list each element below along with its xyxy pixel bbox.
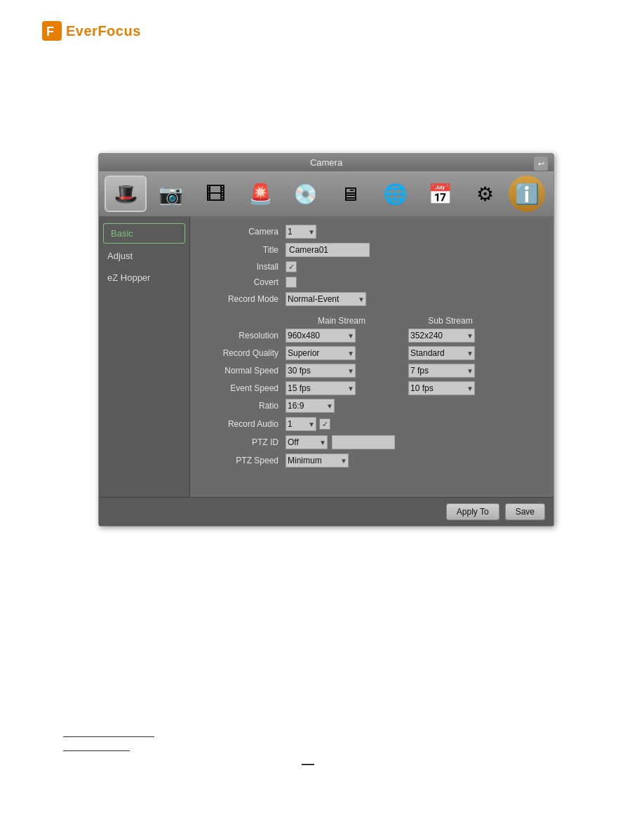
toolbar-settings-icon[interactable]: ⚙ xyxy=(464,176,506,212)
record-audio-row: Record Audio 1234Off ▼ ✓ xyxy=(201,417,542,431)
camera-label: Camera xyxy=(201,227,279,237)
svg-text:F: F xyxy=(46,25,54,39)
ptz-id-select[interactable]: Off1234 xyxy=(286,435,328,449)
main-event-speed-select[interactable]: 30 fps25 fps15 fps10 fps7 fps xyxy=(286,381,356,395)
record-mode-select-wrap: Normal-EventNormalEventNo Record ▼ xyxy=(286,292,366,306)
ratio-row: Ratio 16:94:3 ▼ xyxy=(201,399,542,413)
main-resolution-wrap: 960x480704x480640x480352x240 ▼ xyxy=(286,329,394,343)
bottom-line-1 xyxy=(63,736,154,737)
sub-normal-speed-wrap: 30 fps25 fps15 fps10 fps7 fps5 fps ▼ xyxy=(408,364,475,378)
ptz-speed-label: PTZ Speed xyxy=(201,456,279,465)
ratio-select[interactable]: 16:94:3 xyxy=(286,399,335,413)
normal-speed-row: Normal Speed 30 fps25 fps15 fps10 fps7 f… xyxy=(201,364,542,378)
covert-label: Covert xyxy=(201,277,279,287)
sub-quality-wrap: SuperiorHighStandardBasic ▼ xyxy=(408,346,475,360)
everfocus-logo-icon: F xyxy=(42,21,62,41)
camera-select[interactable]: 1234 xyxy=(286,225,316,239)
toolbar-record-icon[interactable]: 🎞 xyxy=(194,176,236,212)
main-stream-label: Main Stream xyxy=(286,316,398,326)
toolbar-info-icon[interactable]: ℹ️ xyxy=(509,176,545,212)
toolbar-disk-icon[interactable]: 💿 xyxy=(284,176,326,212)
dialog-content: Basic Adjust eZ Hopper Camera 1234 ▼ Tit… xyxy=(99,216,554,497)
main-quality-select[interactable]: SuperiorHighStandardBasic xyxy=(286,346,356,360)
ptz-speed-row: PTZ Speed MinimumSlowMediumFastMaximum ▼ xyxy=(201,454,542,468)
ratio-label: Ratio xyxy=(201,401,279,411)
title-label: Title xyxy=(201,245,279,255)
install-checkbox[interactable]: ✓ xyxy=(286,261,297,272)
sub-event-speed-select[interactable]: 30 fps25 fps15 fps10 fps7 fps xyxy=(408,381,475,395)
main-normal-speed-wrap: 30 fps25 fps15 fps10 fps7 fps5 fps ▼ xyxy=(286,364,394,378)
sub-event-speed-wrap: 30 fps25 fps15 fps10 fps7 fps ▼ xyxy=(408,381,475,395)
ptz-id-label: PTZ ID xyxy=(201,437,279,447)
toolbar-wizard-icon[interactable]: 🎩 xyxy=(105,176,147,212)
record-audio-select[interactable]: 1234Off xyxy=(286,417,316,431)
sub-quality-select[interactable]: SuperiorHighStandardBasic xyxy=(408,346,475,360)
dialog-titlebar: Camera ↩ xyxy=(99,154,554,171)
resolution-label: Resolution xyxy=(201,331,279,340)
event-speed-label: Event Speed xyxy=(201,383,279,393)
sub-resolution-select-wrap: 352x240320x240176x120 ▼ xyxy=(408,329,475,343)
toolbar-alarm-icon[interactable]: 🚨 xyxy=(239,176,281,212)
sidebar-item-adjust[interactable]: Adjust xyxy=(99,245,189,267)
toolbar-camera-icon[interactable]: 📷 xyxy=(149,176,192,212)
toolbar-display-icon[interactable]: 🖥 xyxy=(329,176,371,212)
camera-dialog: Camera ↩ 🎩 📷 🎞 🚨 💿 🖥 🌐 📅 ⚙ ℹ️ Basic Adju… xyxy=(98,153,554,527)
main-event-speed-wrap: 30 fps25 fps15 fps10 fps7 fps ▼ xyxy=(286,381,394,395)
camera-row: Camera 1234 ▼ xyxy=(201,225,542,239)
record-audio-label: Record Audio xyxy=(201,419,279,429)
title-input[interactable] xyxy=(286,243,370,257)
sidebar-item-basic[interactable]: Basic xyxy=(103,223,185,244)
dialog-footer: Apply To Save xyxy=(99,497,554,526)
sidebar: Basic Adjust eZ Hopper xyxy=(99,216,190,497)
sub-stream-label: Sub Stream xyxy=(398,316,503,326)
sidebar-item-ez-hopper[interactable]: eZ Hopper xyxy=(99,267,189,289)
save-button[interactable]: Save xyxy=(505,503,545,520)
record-audio-checkbox[interactable]: ✓ xyxy=(319,418,330,430)
toolbar-schedule-icon[interactable]: 📅 xyxy=(419,176,461,212)
apply-to-button[interactable]: Apply To xyxy=(446,503,499,520)
main-panel: Camera 1234 ▼ Title Install ✓ C xyxy=(190,216,554,497)
ptz-id-input[interactable] xyxy=(332,435,395,449)
logo-area: F EverFocus xyxy=(42,21,141,41)
sub-resolution-wrap: 352x240320x240176x120 ▼ xyxy=(408,329,475,343)
record-mode-label: Record Mode xyxy=(201,294,279,304)
install-row: Install ✓ xyxy=(201,261,542,272)
record-quality-row: Record Quality SuperiorHighStandardBasic… xyxy=(201,346,542,360)
covert-checkbox[interactable] xyxy=(286,277,297,288)
toolbar-network-icon[interactable]: 🌐 xyxy=(374,176,416,212)
bottom-line-2 xyxy=(63,750,130,751)
toolbar: 🎩 📷 🎞 🚨 💿 🖥 🌐 📅 ⚙ ℹ️ xyxy=(99,171,554,216)
logo-text: EverFocus xyxy=(66,23,141,39)
main-resolution-select[interactable]: 960x480704x480640x480352x240 xyxy=(286,329,356,343)
install-label: Install xyxy=(201,262,279,272)
main-resolution-select-wrap: 960x480704x480640x480352x240 ▼ xyxy=(286,329,356,343)
main-quality-wrap: SuperiorHighStandardBasic ▼ xyxy=(286,346,394,360)
sub-resolution-select[interactable]: 352x240320x240176x120 xyxy=(408,329,475,343)
title-row: Title xyxy=(201,243,542,257)
sub-normal-speed-select[interactable]: 30 fps25 fps15 fps10 fps7 fps5 fps xyxy=(408,364,475,378)
record-mode-select[interactable]: Normal-EventNormalEventNo Record xyxy=(286,292,366,306)
ptz-id-row: PTZ ID Off1234 ▼ xyxy=(201,435,542,449)
normal-speed-label: Normal Speed xyxy=(201,366,279,376)
resolution-row: Resolution 960x480704x480640x480352x240 … xyxy=(201,329,542,343)
bottom-dash xyxy=(302,764,314,765)
record-quality-label: Record Quality xyxy=(201,348,279,358)
dialog-close-button[interactable]: ↩ xyxy=(534,157,548,171)
main-normal-speed-select[interactable]: 30 fps25 fps15 fps10 fps7 fps5 fps xyxy=(286,364,356,378)
event-speed-row: Event Speed 30 fps25 fps15 fps10 fps7 fp… xyxy=(201,381,542,395)
ptz-speed-select[interactable]: MinimumSlowMediumFastMaximum xyxy=(286,454,349,468)
covert-row: Covert xyxy=(201,277,542,288)
stream-headers: Main Stream Sub Stream xyxy=(286,316,542,326)
camera-select-wrap: 1234 ▼ xyxy=(286,225,316,239)
dialog-title: Camera xyxy=(310,157,342,168)
record-mode-row: Record Mode Normal-EventNormalEventNo Re… xyxy=(201,292,542,306)
